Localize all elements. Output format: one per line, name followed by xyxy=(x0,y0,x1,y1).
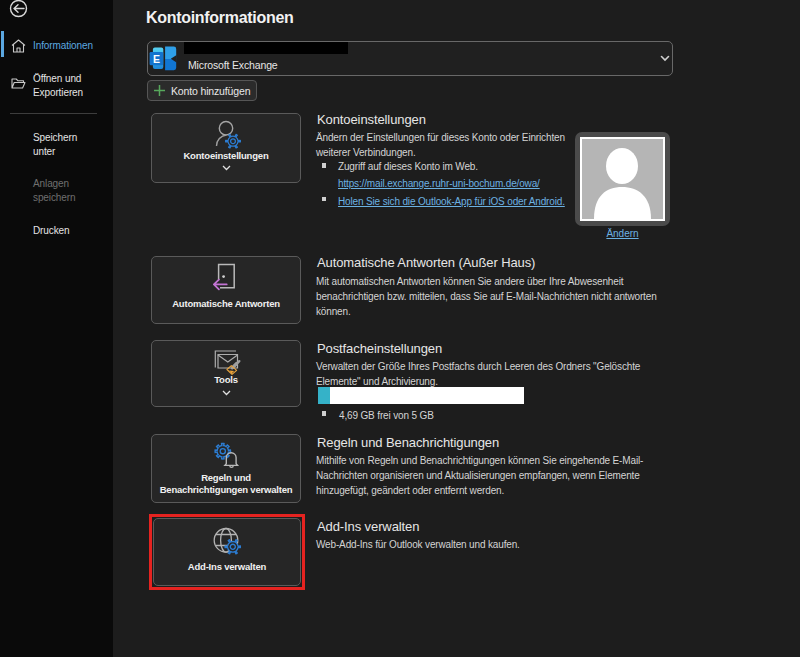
svg-text:E: E xyxy=(153,53,160,65)
